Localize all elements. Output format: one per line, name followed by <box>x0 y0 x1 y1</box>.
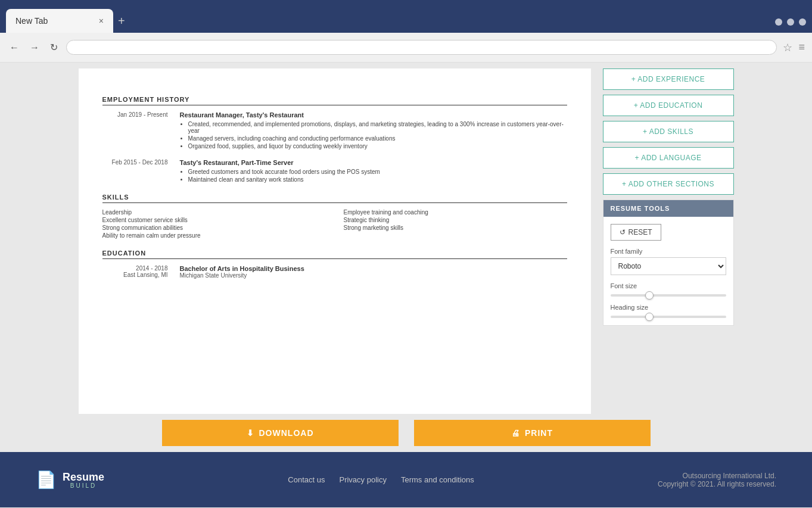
add-other-sections-button[interactable]: + ADD OTHER SECTIONS <box>603 173 734 195</box>
download-icon: ⬇ <box>247 428 254 438</box>
footer-copyright-company: Outsourcing International Ltd. <box>658 472 776 480</box>
footer-link-privacy[interactable]: Privacy policy <box>339 475 386 484</box>
job-title-1: Restaurant Manager, Tasty's Restaurant <box>180 111 567 119</box>
refresh-button[interactable]: ↻ <box>48 39 60 55</box>
resume-sidebar: + ADD EXPERIENCE + ADD EDUCATION + ADD S… <box>603 68 734 414</box>
job-bullets-1: Created, recommended, and implemented pr… <box>180 121 567 149</box>
heading-size-slider-thumb[interactable] <box>645 313 654 321</box>
job-title-2: Tasty's Restaurant, Part-Time Server <box>180 159 380 166</box>
footer-logo-text-group: Resume BUILD <box>63 471 104 489</box>
education-title: EDUCATION <box>102 250 567 259</box>
employment-details-2: Tasty's Restaurant, Part-Time Server Gre… <box>180 159 380 184</box>
browser-chrome: New Tab × + <box>0 0 812 33</box>
font-family-label: Font family <box>611 248 726 255</box>
degree-1: Bachelor of Arts in Hospitality Business <box>180 265 304 272</box>
school-1: Michigan State University <box>180 272 304 279</box>
add-language-button[interactable]: + ADD LANGUAGE <box>603 147 734 169</box>
education-entry-1: 2014 - 2018East Lansing, MI Bachelor of … <box>102 265 567 279</box>
actions-inner: ⬇ DOWNLOAD 🖨 PRINT <box>162 420 651 446</box>
employment-entry-2: Feb 2015 - Dec 2018 Tasty's Restaurant, … <box>102 159 567 184</box>
resume-preview: EMPLOYMENT HISTORY Jan 2019 - Present Re… <box>79 68 591 414</box>
font-family-select[interactable]: Roboto Arial Georgia <box>611 257 726 275</box>
window-dot-1 <box>775 18 782 26</box>
skills-title: SKILLS <box>102 194 567 203</box>
nav-bar: ← → ↻ ☆ ≡ <box>0 33 812 63</box>
resume-tools-panel: RESUME TOOLS ↺ RESET Font family Roboto … <box>603 200 734 326</box>
tab-title: New Tab <box>15 16 94 26</box>
bullet-2-1: Greeted customers and took accurate food… <box>188 169 380 175</box>
education-date-1: 2014 - 2018East Lansing, MI <box>102 265 168 279</box>
print-icon: 🖨 <box>511 428 520 438</box>
reset-label: RESET <box>629 228 652 236</box>
skill-7: Strong marketing skills <box>344 225 567 231</box>
bullet-1-2: Managed servers, including coaching and … <box>188 135 567 142</box>
menu-icon[interactable]: ≡ <box>798 41 805 54</box>
employment-date-1: Jan 2019 - Present <box>102 111 168 151</box>
heading-size-label: Heading size <box>611 304 726 311</box>
skill-6: Strategic thinking <box>344 217 567 223</box>
job-bullets-2: Greeted customers and took accurate food… <box>180 169 380 183</box>
resume-tools-header: RESUME TOOLS <box>603 200 733 217</box>
employment-details-1: Restaurant Manager, Tasty's Restaurant C… <box>180 111 567 151</box>
footer-copyright: Outsourcing International Ltd. Copyright… <box>658 472 776 488</box>
print-label: PRINT <box>525 428 553 438</box>
skill-2: Excellent customer service skills <box>102 217 326 223</box>
window-dot-3 <box>799 18 806 26</box>
footer-link-terms[interactable]: Terms and conditions <box>401 475 474 484</box>
address-bar[interactable] <box>66 40 777 55</box>
bullet-2-2: Maintained clean and sanitary work stati… <box>188 176 380 183</box>
add-skills-button[interactable]: + ADD SKILLS <box>603 121 734 142</box>
add-experience-button[interactable]: + ADD EXPERIENCE <box>603 68 734 90</box>
skills-col-left: Leadership Excellent customer service sk… <box>102 209 326 240</box>
bookmark-icon[interactable]: ☆ <box>783 41 792 54</box>
footer-copyright-year: Copyright © 2021. All rights reserved. <box>658 480 776 488</box>
employment-history-title: EMPLOYMENT HISTORY <box>102 96 567 105</box>
education-details-1: Bachelor of Arts in Hospitality Business… <box>180 265 304 279</box>
reset-button[interactable]: ↺ RESET <box>611 224 661 241</box>
employment-entry-1: Jan 2019 - Present Restaurant Manager, T… <box>102 111 567 151</box>
page-content: EMPLOYMENT HISTORY Jan 2019 - Present Re… <box>0 63 812 420</box>
print-button[interactable]: 🖨 PRINT <box>414 420 651 446</box>
footer-logo-icon: 📄 <box>36 470 57 490</box>
bullet-1-1: Created, recommended, and implemented pr… <box>188 121 567 134</box>
back-button[interactable]: ← <box>7 40 21 55</box>
employment-date-2: Feb 2015 - Dec 2018 <box>102 159 168 184</box>
add-education-button[interactable]: + ADD EDUCATION <box>603 95 734 116</box>
footer-link-contact[interactable]: Contact us <box>288 475 325 484</box>
tab-bar: New Tab × + <box>0 0 812 33</box>
bullet-1-3: Organized food, supplies, and liquor by … <box>188 143 567 149</box>
footer-logo-resume: Resume <box>63 471 104 483</box>
window-dot-2 <box>787 18 794 26</box>
download-button[interactable]: ⬇ DOWNLOAD <box>162 420 399 446</box>
font-size-slider-thumb[interactable] <box>645 291 654 300</box>
skills-col-right: Employee training and coaching Strategic… <box>344 209 567 240</box>
footer-logo-text: Resume <box>63 471 104 484</box>
footer-logo: 📄 Resume BUILD <box>36 470 104 490</box>
forward-button[interactable]: → <box>27 40 42 55</box>
skill-1: Leadership <box>102 209 326 216</box>
resume-tools-body: ↺ RESET Font family Roboto Arial Georgia… <box>603 217 733 325</box>
footer: 📄 Resume BUILD Contact us Privacy policy… <box>0 452 812 507</box>
window-controls <box>775 18 806 33</box>
nav-right: ☆ ≡ <box>783 41 805 54</box>
resume-layout: EMPLOYMENT HISTORY Jan 2019 - Present Re… <box>79 63 734 420</box>
tab-close-button[interactable]: × <box>99 16 104 26</box>
heading-size-slider-track <box>611 316 726 318</box>
footer-links: Contact us Privacy policy Terms and cond… <box>288 475 474 484</box>
skill-4: Ability to remain calm under pressure <box>102 232 326 239</box>
actions-row: ⬇ DOWNLOAD 🖨 PRINT <box>0 420 812 452</box>
new-tab-button[interactable]: + <box>118 14 125 33</box>
skill-3: Strong communication abilities <box>102 225 326 231</box>
font-size-label: Font size <box>611 282 726 289</box>
skill-5: Employee training and coaching <box>344 209 567 216</box>
font-size-slider-track <box>611 294 726 297</box>
skills-grid: Leadership Excellent customer service sk… <box>102 209 567 240</box>
browser-tab[interactable]: New Tab × <box>6 9 113 33</box>
reset-icon: ↺ <box>620 228 626 236</box>
download-label: DOWNLOAD <box>259 428 314 438</box>
